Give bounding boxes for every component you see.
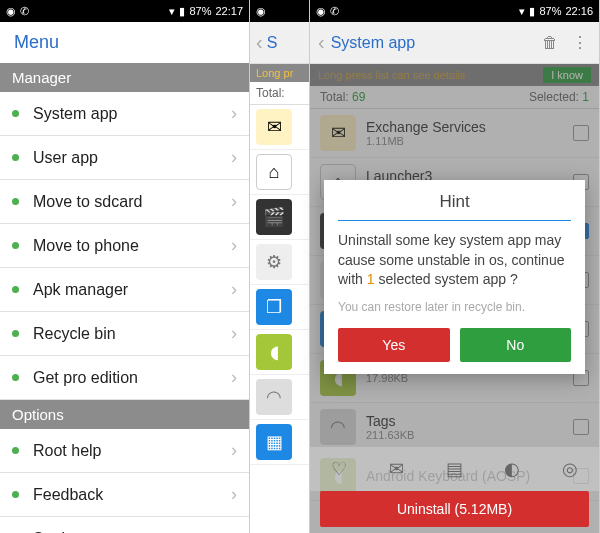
menu-item-root-help[interactable]: Root help› bbox=[0, 429, 249, 473]
battery-text: 87% bbox=[189, 5, 211, 17]
back-icon[interactable]: ‹ bbox=[318, 31, 325, 54]
list-item[interactable]: ❐ bbox=[250, 285, 309, 330]
bullet-icon bbox=[12, 110, 19, 117]
selected-value: 1 bbox=[582, 90, 589, 104]
section-manager: Manager bbox=[0, 63, 249, 92]
tool-icon[interactable]: ▤ bbox=[426, 447, 484, 491]
chevron-right-icon: › bbox=[231, 279, 237, 300]
bullet-icon bbox=[12, 491, 19, 498]
uninstall-button[interactable]: Uninstall (5.12MB) bbox=[320, 491, 589, 527]
app-row[interactable]: ◠Tags211.63KB bbox=[310, 403, 599, 452]
page-title: System app bbox=[331, 34, 531, 52]
menu-item-feedback[interactable]: Feedback› bbox=[0, 473, 249, 517]
bullet-icon bbox=[12, 286, 19, 293]
bullet-icon bbox=[12, 330, 19, 337]
divider bbox=[338, 220, 571, 221]
menu-item-move-phone[interactable]: Move to phone› bbox=[0, 224, 249, 268]
section-options: Options bbox=[0, 400, 249, 429]
dialog-message: Uninstall some key system app may cause … bbox=[338, 231, 571, 290]
signal-icon: ▮ bbox=[529, 5, 535, 18]
phone-icon: ✆ bbox=[330, 5, 339, 18]
selected-count: 1 bbox=[367, 271, 375, 287]
title-fragment: S bbox=[267, 34, 278, 52]
yes-button[interactable]: Yes bbox=[338, 328, 450, 362]
chevron-right-icon: › bbox=[231, 191, 237, 212]
list-item[interactable]: ✉ bbox=[250, 105, 309, 150]
bullet-icon bbox=[12, 447, 19, 454]
panel-system-app: ◉✆ ▾▮87%22:16 ‹ System app 🗑 ⋮ Long pres… bbox=[310, 0, 600, 533]
panel-list-sliver: ◉ ‹S Long pr Total: ✉ ⌂ 🎬 ⚙ ❐ ◖ ◠ ▦ bbox=[250, 0, 310, 533]
hint-text: Long press list can see details bbox=[318, 69, 543, 81]
total-value: 69 bbox=[352, 90, 365, 104]
checkbox[interactable] bbox=[573, 419, 589, 435]
app-bar: ‹ System app 🗑 ⋮ bbox=[310, 22, 599, 64]
list-item[interactable]: ▦ bbox=[250, 420, 309, 465]
tool-icon[interactable]: ◎ bbox=[541, 447, 599, 491]
mail-icon: ✉ bbox=[320, 115, 356, 151]
chevron-right-icon: › bbox=[231, 528, 237, 533]
copy-icon: ❐ bbox=[256, 289, 292, 325]
totals-bar: Total: 69 Selected: 1 bbox=[310, 86, 599, 109]
bullet-icon bbox=[12, 198, 19, 205]
chevron-right-icon: › bbox=[231, 367, 237, 388]
list-item[interactable]: ◠ bbox=[250, 375, 309, 420]
wifi-icon: ▾ bbox=[519, 5, 525, 18]
battery-text: 87% bbox=[539, 5, 561, 17]
no-button[interactable]: No bbox=[460, 328, 572, 362]
wifi-icon: ▾ bbox=[169, 5, 175, 18]
menu-item-pro-edition[interactable]: Get pro edition› bbox=[0, 356, 249, 400]
chevron-right-icon: › bbox=[231, 147, 237, 168]
nfc-icon: ◠ bbox=[256, 379, 292, 415]
home-icon: ⌂ bbox=[256, 154, 292, 190]
iknow-button[interactable]: I know bbox=[543, 67, 591, 83]
back-icon[interactable]: ‹ bbox=[256, 31, 263, 54]
menu-item-user-app[interactable]: User app› bbox=[0, 136, 249, 180]
overflow-icon[interactable]: ⋮ bbox=[569, 32, 591, 54]
chevron-right-icon: › bbox=[231, 440, 237, 461]
total-label: Total: bbox=[250, 82, 309, 105]
gear-icon: ⚙ bbox=[256, 244, 292, 280]
phone-icon: ✆ bbox=[20, 5, 29, 18]
list-item[interactable]: 🎬 bbox=[250, 195, 309, 240]
panel-menu: ◉ ✆ ▾ ▮ 87% 22:17 Menu Manager System ap… bbox=[0, 0, 250, 533]
chevron-right-icon: › bbox=[231, 323, 237, 344]
signal-icon: ▮ bbox=[179, 5, 185, 18]
time-text: 22:17 bbox=[215, 5, 243, 17]
status-bar: ◉ ✆ ▾ ▮ 87% 22:17 bbox=[0, 0, 249, 22]
menu-title: Menu bbox=[0, 22, 249, 63]
list-item[interactable]: ⚙ bbox=[250, 240, 309, 285]
bottom-toolbar: ♡ ✉ ▤ ◐ ◎ bbox=[310, 447, 599, 491]
status-bar: ◉ bbox=[250, 0, 309, 22]
bullet-icon bbox=[12, 242, 19, 249]
chevron-right-icon: › bbox=[231, 235, 237, 256]
chevron-right-icon: › bbox=[231, 103, 237, 124]
dialog-title: Hint bbox=[338, 192, 571, 220]
list-item[interactable]: ◖ bbox=[250, 330, 309, 375]
app-bar: ‹S bbox=[250, 22, 309, 64]
film-icon: 🎬 bbox=[256, 199, 292, 235]
camera-icon: ◉ bbox=[316, 5, 326, 18]
time-text: 22:16 bbox=[565, 5, 593, 17]
checkbox[interactable] bbox=[573, 125, 589, 141]
tool-icon[interactable]: ♡ bbox=[310, 447, 368, 491]
hint-banner: Long press list can see details I know bbox=[310, 64, 599, 86]
menu-item-recycle-bin[interactable]: Recycle bin› bbox=[0, 312, 249, 356]
camera-icon: ◉ bbox=[256, 5, 266, 18]
menu-item-system-app[interactable]: System app› bbox=[0, 92, 249, 136]
android-icon: ◖ bbox=[256, 334, 292, 370]
menu-item-move-sdcard[interactable]: Move to sdcard› bbox=[0, 180, 249, 224]
menu-item-settings[interactable]: Settings› bbox=[0, 517, 249, 533]
hint-dialog: Hint Uninstall some key system app may c… bbox=[324, 180, 585, 374]
list-item[interactable]: ⌂ bbox=[250, 150, 309, 195]
trash-icon[interactable]: 🗑 bbox=[539, 32, 561, 54]
bullet-icon bbox=[12, 154, 19, 161]
nfc-icon: ◠ bbox=[320, 409, 356, 445]
app-row[interactable]: ✉Exchange Services1.11MB bbox=[310, 109, 599, 158]
menu-item-apk-manager[interactable]: Apk manager› bbox=[0, 268, 249, 312]
tool-mail-icon[interactable]: ✉ bbox=[368, 447, 426, 491]
chevron-right-icon: › bbox=[231, 484, 237, 505]
tool-icon[interactable]: ◐ bbox=[483, 447, 541, 491]
bullet-icon bbox=[12, 374, 19, 381]
hint-banner: Long pr bbox=[250, 64, 309, 82]
mail-icon: ✉ bbox=[256, 109, 292, 145]
